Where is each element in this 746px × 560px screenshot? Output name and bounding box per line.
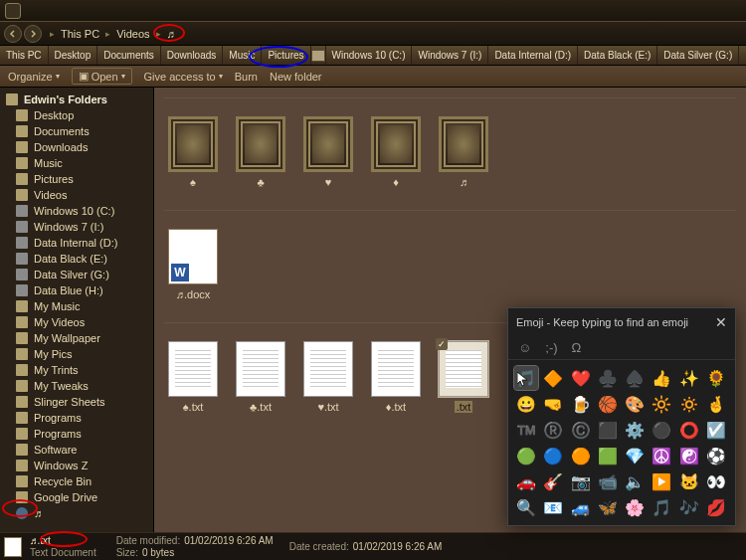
drive-tab[interactable]: Pictures	[262, 46, 310, 65]
emoji-cell[interactable]: 🎵	[514, 366, 538, 390]
sidebar-item[interactable]: My Videos	[0, 314, 153, 330]
drive-tab[interactable]: Windows 7 (I:)	[412, 46, 488, 65]
emoji-cell[interactable]: 🔈	[623, 469, 647, 493]
file-item[interactable]: ♦.txt	[367, 341, 425, 413]
emoji-cell[interactable]: 🔆	[650, 392, 673, 416]
emoji-cell[interactable]: 🦋	[596, 495, 620, 519]
file-item[interactable]: .txt	[435, 341, 492, 413]
file-item[interactable]: ♠	[164, 116, 222, 188]
emoji-cell[interactable]: 🎸	[541, 469, 565, 493]
emoji-cell[interactable]: ⬛	[596, 418, 620, 442]
sidebar-item[interactable]: Data Internal (D:)	[0, 235, 153, 251]
emoji-cell[interactable]: 🤜	[541, 392, 565, 416]
new-folder-button[interactable]: New folder	[270, 71, 322, 83]
emoji-cell[interactable]: ™️	[514, 418, 538, 442]
emoji-picker[interactable]: Emoji - Keep typing to find an emoji ✕ ☺…	[507, 307, 736, 526]
file-item[interactable]: ♥.txt	[299, 341, 357, 413]
sidebar-item[interactable]: Windows 10 (C:)	[0, 203, 153, 219]
drive-tab[interactable]: Data Silver (G:)	[657, 46, 739, 65]
emoji-cell[interactable]: 🚙	[569, 495, 593, 519]
open-button[interactable]: ▣ Open ▾	[72, 68, 132, 85]
emoji-cell[interactable]: 🚗	[514, 469, 538, 493]
sidebar-item[interactable]: Programs	[0, 426, 153, 442]
sidebar-item[interactable]: Windows Z	[0, 458, 153, 473]
emoji-cell[interactable]: 🔅	[677, 392, 701, 416]
emoji-tab-symbols[interactable]: Ω	[572, 340, 582, 355]
sidebar-item[interactable]: Pictures	[0, 171, 153, 187]
sidebar-item[interactable]: My Music	[0, 298, 153, 314]
sidebar-item[interactable]: Windows 7 (I:)	[0, 219, 153, 235]
sidebar-item[interactable]: My Wallpaper	[0, 330, 153, 346]
breadcrumb[interactable]: ▸ This PC ▸ Videos ▸ ♬	[50, 28, 175, 40]
drive-tab[interactable]: Windows 10 (C:)	[326, 46, 413, 65]
emoji-cell[interactable]: ✨	[677, 366, 701, 390]
sidebar-item[interactable]: Music	[0, 155, 153, 171]
emoji-cell[interactable]: 🎨	[623, 392, 647, 416]
emoji-tab-smiley[interactable]: ☺	[518, 340, 531, 355]
emoji-cell[interactable]: 🎶	[677, 495, 701, 519]
emoji-cell[interactable]: ☯️	[677, 444, 701, 467]
emoji-cell[interactable]: ▶️	[650, 469, 673, 493]
sidebar-item[interactable]: Slinger Sheets	[0, 394, 153, 410]
emoji-cell[interactable]: 🎵	[650, 495, 673, 519]
back-button[interactable]	[4, 25, 22, 43]
sidebar-item[interactable]: Software	[0, 442, 153, 458]
emoji-cell[interactable]: 🐱	[677, 469, 701, 493]
sidebar-header[interactable]: Edwin's Folders	[0, 92, 153, 107]
emoji-cell[interactable]: 🟢	[514, 444, 538, 467]
emoji-cell[interactable]: 📧	[541, 495, 565, 519]
drive-tab[interactable]: This PC	[0, 46, 49, 65]
emoji-cell[interactable]: 💋	[704, 495, 728, 519]
file-item[interactable]: ♥	[299, 116, 357, 188]
emoji-cell[interactable]: 👀	[704, 469, 728, 493]
emoji-cell[interactable]: 🌻	[704, 366, 728, 390]
sidebar-item[interactable]: Data Blue (H:)	[0, 282, 153, 298]
sidebar-item[interactable]: Desktop	[0, 107, 153, 123]
sidebar-item[interactable]: My Tweaks	[0, 378, 153, 394]
drive-tab[interactable]: Data Blue (H:)	[739, 46, 746, 65]
sidebar-item[interactable]: Downloads	[0, 139, 153, 155]
emoji-cell[interactable]: 🔵	[541, 444, 565, 467]
emoji-cell[interactable]: ®️	[541, 418, 565, 442]
emoji-cell[interactable]: ☮️	[650, 444, 673, 467]
emoji-cell[interactable]: ♠️	[623, 366, 647, 390]
emoji-cell[interactable]: 🟠	[569, 444, 593, 467]
sidebar-item[interactable]: Google Drive	[0, 489, 153, 505]
emoji-cell[interactable]: ⚙️	[623, 418, 647, 442]
sidebar-item[interactable]: Recycle Bin	[0, 473, 153, 489]
drive-tab[interactable]: Downloads	[161, 46, 223, 65]
emoji-cell[interactable]: 🔶	[541, 366, 565, 390]
emoji-cell[interactable]: ❤️	[569, 366, 593, 390]
file-item[interactable]: ♬.docx	[164, 229, 222, 300]
drive-tab[interactable]	[311, 46, 326, 65]
drive-tab[interactable]: Music	[223, 46, 262, 65]
emoji-cell[interactable]: 🌸	[623, 495, 647, 519]
close-button[interactable]: ✕	[715, 314, 727, 330]
breadcrumb-root[interactable]: This PC	[61, 28, 99, 40]
organize-button[interactable]: Organize ▾	[8, 71, 60, 83]
emoji-cell[interactable]: 📷	[569, 469, 593, 493]
breadcrumb-l2[interactable]: ♬	[167, 28, 175, 40]
emoji-cell[interactable]: 🔍	[514, 495, 538, 519]
sidebar-item[interactable]: Data Black (E:)	[0, 251, 153, 267]
emoji-cell[interactable]: 🟩	[596, 444, 620, 467]
group-header[interactable]	[164, 208, 736, 211]
group-header[interactable]	[164, 95, 736, 98]
burn-button[interactable]: Burn	[235, 71, 258, 83]
file-item[interactable]: ♠.txt	[164, 341, 222, 413]
emoji-cell[interactable]: 📹	[596, 469, 620, 493]
emoji-cell[interactable]: 😀	[514, 392, 538, 416]
forward-button[interactable]	[24, 25, 42, 43]
emoji-cell[interactable]: ☑️	[704, 418, 728, 442]
emoji-cell[interactable]: ⚫	[650, 418, 673, 442]
give-access-button[interactable]: Give access to ▾	[144, 71, 223, 83]
emoji-cell[interactable]: 🏀	[596, 392, 620, 416]
file-item[interactable]: ♣	[232, 116, 289, 188]
sidebar-item[interactable]: My Trints	[0, 362, 153, 378]
emoji-cell[interactable]: ⭕	[677, 418, 701, 442]
emoji-cell[interactable]: ©️	[569, 418, 593, 442]
drive-tab[interactable]: Desktop	[49, 46, 98, 65]
file-item[interactable]: ♣.txt	[232, 341, 289, 413]
emoji-tab-kaomoji[interactable]: ;-)	[545, 340, 557, 355]
sidebar-item[interactable]: Videos	[0, 187, 153, 203]
